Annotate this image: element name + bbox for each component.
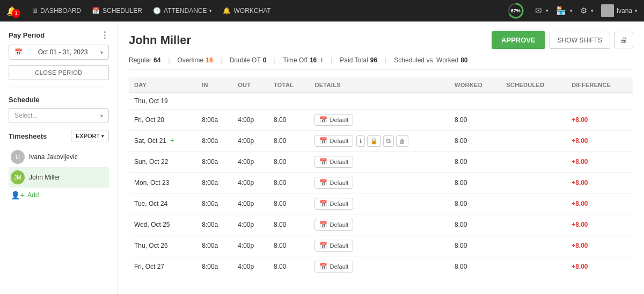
period-selector[interactable]: 📅 Oct 01 - 31, 2023 ▾ (9, 45, 109, 60)
detail-badge[interactable]: 📅 Default (314, 261, 353, 273)
difference-hours: +8.00 (566, 110, 633, 131)
difference-hours: +8.00 (566, 173, 633, 193)
difference-hours: +8.00 (566, 235, 633, 256)
worked-hours: 8.00 (449, 235, 501, 256)
table-row: Mon, Oct 238:00a4:00p8.00📅 Default8.00+8… (129, 173, 633, 193)
dashboard-icon: ⊞ (32, 7, 38, 15)
col-difference: DIFFERENCE (566, 77, 633, 93)
progress-ring[interactable]: 67% (507, 2, 524, 19)
detail-cell: 📅 Default (309, 214, 449, 235)
main-content: John Miller APPROVE SHOW SHIFTS 🖨 Regula… (118, 21, 644, 294)
timesheets-section-header: Timesheets EXPORT ▾ (9, 131, 109, 141)
scheduled-hours (501, 214, 566, 235)
day-cell: Thu, Oct 19 (129, 93, 196, 110)
day-cell: Fri, Oct 20 (129, 110, 196, 131)
detail-cell: 📅 Default (309, 193, 449, 214)
calendar-icon: 📅 (92, 7, 100, 15)
total-hours: 8.00 (268, 152, 309, 173)
notification-badge: 1 (12, 9, 20, 18)
time-off-info-icon[interactable]: ℹ (320, 56, 323, 64)
detail-badge[interactable]: 📅 Default (314, 156, 353, 168)
table-row: Tue, Oct 248:00a4:00p8.00📅 Default8.00+8… (129, 193, 633, 214)
delete-icon-button[interactable]: 🗑 (396, 135, 408, 147)
worked-hours: 8.00 (449, 110, 501, 131)
total-hours: 8.00 (268, 131, 309, 152)
worked-hours: 8.00 (449, 193, 501, 214)
detail-cell: 📅 Default (309, 256, 449, 277)
show-shifts-button[interactable]: SHOW SHIFTS (550, 32, 610, 49)
scheduled-hours (501, 256, 566, 277)
scheduled-hours (501, 110, 566, 131)
detail-badge[interactable]: 📅 Default (314, 114, 353, 126)
total-hours: 8.00 (268, 110, 309, 131)
out-time (232, 93, 268, 110)
difference-hours: +8.00 (566, 214, 633, 235)
detail-cell: 📅 Default (309, 173, 449, 193)
detail-badge[interactable]: 📅 Default (314, 219, 353, 231)
nav-attendance[interactable]: 🕐 ATTENDANCE ▾ (153, 7, 212, 15)
detail-cell: 📅 Defaultℹ🔒⧉🗑 (309, 131, 449, 152)
nav-scheduler[interactable]: 📅 SCHEDULER (92, 7, 142, 15)
col-worked: WORKED (449, 77, 501, 93)
scheduled-hours (501, 173, 566, 193)
avatar-john: JM (11, 170, 25, 184)
summary-bar: Regular 64 | Overtime 16 | Double OT 0 |… (129, 56, 633, 70)
timesheet-table: DAY IN OUT TOTAL DETAILS WORKED SCHEDULE… (129, 77, 633, 277)
out-time: 4:00p (232, 235, 268, 256)
approve-button[interactable]: APPROVE (492, 31, 545, 49)
detail-badge[interactable]: 📅 Default (314, 177, 353, 189)
store-icon[interactable]: 🏪▾ (556, 6, 573, 16)
info-icon-button[interactable]: ℹ (356, 135, 365, 147)
table-row: Sat, Oct 21 +8:00a4:00p8.00📅 Defaultℹ🔒⧉🗑… (129, 131, 633, 152)
scheduled-hours (501, 193, 566, 214)
gear-icon[interactable]: ⚙▾ (580, 6, 594, 16)
schedule-select[interactable]: Select... ▾ (9, 108, 109, 123)
detail-badge[interactable]: 📅 Default (314, 135, 353, 147)
add-user-button[interactable]: 👤+ Add (9, 188, 109, 203)
close-period-button[interactable]: CLOSE PERIOD (9, 65, 109, 80)
in-time: 8:00a (196, 152, 232, 173)
difference-hours: +8.00 (566, 131, 633, 152)
envelope-icon[interactable]: ✉▾ (535, 6, 548, 16)
out-time: 4:00p (232, 152, 268, 173)
detail-badge[interactable]: 📅 Default (314, 240, 353, 252)
nav-dashboard[interactable]: ⊞ DASHBOARD (32, 7, 81, 15)
export-button[interactable]: EXPORT ▾ (71, 131, 109, 141)
col-in: IN (196, 77, 232, 93)
main-header: John Miller APPROVE SHOW SHIFTS 🖨 (129, 31, 633, 49)
out-time: 4:00p (232, 193, 268, 214)
day-cell: Fri, Oct 27 (129, 256, 196, 277)
summary-overtime: Overtime 16 (178, 56, 221, 64)
print-button[interactable]: 🖨 (614, 32, 633, 48)
copy-icon-button[interactable]: ⧉ (383, 135, 394, 147)
schedule-title: Schedule (9, 96, 109, 104)
difference-hours: +8.00 (566, 256, 633, 277)
top-navigation: 🔔 1 ⊞ DASHBOARD 📅 SCHEDULER 🕐 ATTENDANCE… (0, 0, 644, 21)
timesheet-user-john[interactable]: JM John Miller (9, 167, 109, 188)
total-hours: 8.00 (268, 193, 309, 214)
detail-cell: 📅 Default (309, 235, 449, 256)
col-total: TOTAL (268, 77, 309, 93)
table-row: Sun, Oct 228:00a4:00p8.00📅 Default8.00+8… (129, 152, 633, 173)
day-cell: Sun, Oct 22 (129, 152, 196, 173)
print-icon: 🖨 (620, 36, 627, 44)
in-time: 8:00a (196, 235, 232, 256)
clock-icon: 🕐 (153, 7, 161, 15)
nav-workchat[interactable]: 🔔 WORKCHAT (223, 7, 270, 15)
add-entry-button[interactable]: + (169, 137, 174, 145)
scheduled-hours (501, 152, 566, 173)
avatar-ivana: IJ (11, 150, 25, 164)
col-scheduled: SCHEDULED (501, 77, 566, 93)
detail-cell: 📅 Default (309, 152, 449, 173)
lock-icon-button[interactable]: 🔒 (367, 135, 381, 147)
detail-badge[interactable]: 📅 Default (314, 198, 353, 210)
schedule-chevron-icon: ▾ (100, 113, 103, 119)
table-header-row: DAY IN OUT TOTAL DETAILS WORKED SCHEDULE… (129, 77, 633, 93)
pay-period-menu-icon[interactable]: ⋮ (100, 30, 109, 40)
in-time: 8:00a (196, 173, 232, 193)
header-actions: APPROVE SHOW SHIFTS 🖨 (492, 31, 633, 49)
day-cell: Mon, Oct 23 (129, 173, 196, 193)
scheduled-hours (501, 131, 566, 152)
user-avatar[interactable]: Ivana ▾ (601, 4, 638, 17)
timesheet-user-ivana[interactable]: IJ Ivana Jakovljevic (9, 147, 109, 167)
